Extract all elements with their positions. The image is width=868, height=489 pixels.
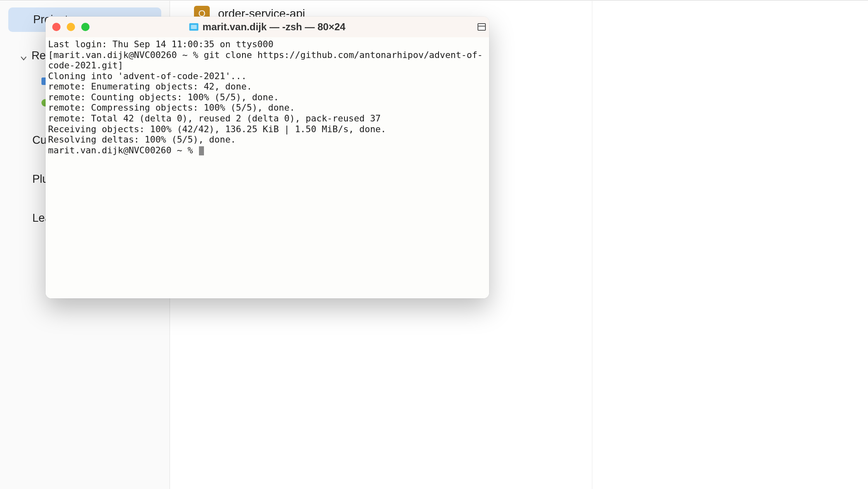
traffic-lights	[52, 23, 90, 31]
terminal-title: marit.van.dijk — -zsh — 80×24	[203, 21, 346, 33]
terminal-output-2: remote: Counting objects: 100% (5/5), do…	[48, 92, 279, 102]
terminal-output-5: Receiving objects: 100% (42/42), 136.25 …	[48, 124, 386, 134]
prompt-path: ~	[182, 50, 188, 60]
window-fullscreen-button[interactable]	[81, 23, 90, 31]
window-close-button[interactable]	[52, 23, 61, 31]
folder-icon	[189, 23, 199, 31]
terminal-output-1: remote: Enumerating objects: 42, done.	[48, 81, 252, 92]
terminal-cursor	[199, 146, 204, 155]
terminal-output-3: remote: Compressing objects: 100% (5/5),…	[48, 102, 295, 113]
tab-view-icon[interactable]	[478, 23, 486, 31]
terminal-body[interactable]: Last login: Thu Sep 14 11:00:35 on ttys0…	[46, 37, 489, 298]
ide-right-divider	[592, 1, 592, 489]
terminal-titlebar[interactable]: marit.van.dijk — -zsh — 80×24	[46, 17, 489, 37]
terminal-output-0: Cloning into 'advent-of-code-2021'...	[48, 71, 247, 81]
prompt-symbol: %	[193, 50, 199, 60]
chevron-down-icon	[20, 52, 27, 60]
terminal-window: marit.van.dijk — -zsh — 80×24 Last login…	[46, 17, 489, 298]
prompt-bracket: [	[48, 50, 53, 60]
terminal-title-wrap: marit.van.dijk — -zsh — 80×24	[189, 21, 346, 33]
prompt-user-host: marit.van.dijk@NVC00260	[53, 50, 177, 60]
terminal-last-login: Last login: Thu Sep 14 11:00:35 on ttys0…	[48, 39, 274, 49]
window-minimize-button[interactable]	[67, 23, 75, 31]
terminal-output-6: Resolving deltas: 100% (5/5), done.	[48, 134, 236, 145]
terminal-output-4: remote: Total 42 (delta 0), reused 2 (de…	[48, 113, 381, 123]
terminal-prompt-2: marit.van.dijk@NVC00260 ~ %	[48, 145, 198, 155]
